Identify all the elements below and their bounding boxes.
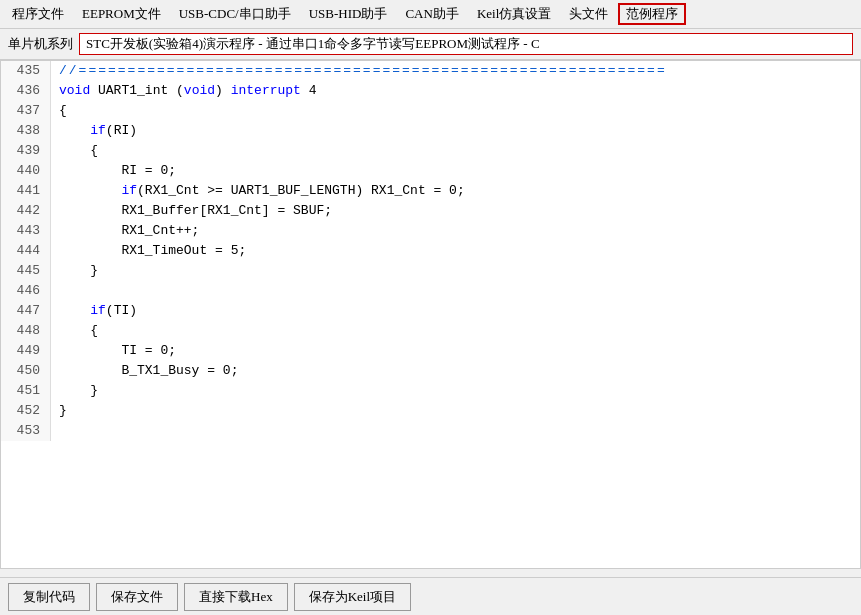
- menu-item-EEPROM文件[interactable]: EEPROM文件: [74, 3, 169, 25]
- line-number: 437: [1, 101, 51, 121]
- menu-item-范例程序[interactable]: 范例程序: [618, 3, 686, 25]
- bottom-toolbar: 复制代码保存文件直接下载Hex保存为Keil项目: [0, 577, 861, 615]
- toolbar-button-复制代码[interactable]: 复制代码: [8, 583, 90, 611]
- menu-item-USB-CDC/串口助手[interactable]: USB-CDC/串口助手: [171, 3, 299, 25]
- line-content: }: [51, 401, 67, 421]
- menu-item-CAN助手[interactable]: CAN助手: [397, 3, 466, 25]
- title-bar: 单片机系列 STC开发板(实验箱4)演示程序 - 通过串口1命令多字节读写EEP…: [0, 29, 861, 60]
- line-content: if(RX1_Cnt >= UART1_BUF_LENGTH) RX1_Cnt …: [51, 181, 465, 201]
- code-line: 437{: [1, 101, 860, 121]
- line-content: TI = 0;: [51, 341, 176, 361]
- series-label: 单片机系列: [8, 35, 73, 53]
- line-content: RI = 0;: [51, 161, 176, 181]
- line-number: 440: [1, 161, 51, 181]
- code-line: 451 }: [1, 381, 860, 401]
- line-number: 444: [1, 241, 51, 261]
- code-line: 440 RI = 0;: [1, 161, 860, 181]
- code-line: 444 RX1_TimeOut = 5;: [1, 241, 860, 261]
- line-number: 450: [1, 361, 51, 381]
- code-line: 448 {: [1, 321, 860, 341]
- menu-item-USB-HID助手[interactable]: USB-HID助手: [301, 3, 396, 25]
- line-number: 442: [1, 201, 51, 221]
- line-number: 451: [1, 381, 51, 401]
- code-line: 439 {: [1, 141, 860, 161]
- line-content: {: [51, 141, 98, 161]
- code-area: 435//===================================…: [0, 60, 861, 569]
- code-line: 443 RX1_Cnt++;: [1, 221, 860, 241]
- line-content: RX1_Cnt++;: [51, 221, 199, 241]
- menu-item-程序文件[interactable]: 程序文件: [4, 3, 72, 25]
- line-number: 448: [1, 321, 51, 341]
- line-content: }: [51, 261, 98, 281]
- line-content: RX1_TimeOut = 5;: [51, 241, 246, 261]
- code-line: 453: [1, 421, 860, 441]
- toolbar-button-直接下载Hex[interactable]: 直接下载Hex: [184, 583, 288, 611]
- line-content: {: [51, 321, 98, 341]
- line-number: 449: [1, 341, 51, 361]
- line-content: B_TX1_Busy = 0;: [51, 361, 238, 381]
- line-number: 438: [1, 121, 51, 141]
- line-content: if(RI): [51, 121, 137, 141]
- line-number: 439: [1, 141, 51, 161]
- menu-bar: 程序文件EEPROM文件USB-CDC/串口助手USB-HID助手CAN助手Ke…: [0, 0, 861, 29]
- code-line: 450 B_TX1_Busy = 0;: [1, 361, 860, 381]
- line-number: 453: [1, 421, 51, 441]
- code-line: 435//===================================…: [1, 61, 860, 81]
- code-line: 449 TI = 0;: [1, 341, 860, 361]
- line-number: 443: [1, 221, 51, 241]
- line-number: 436: [1, 81, 51, 101]
- line-content: }: [51, 381, 98, 401]
- line-content: //======================================…: [51, 61, 667, 81]
- toolbar-button-保存为Keil项目[interactable]: 保存为Keil项目: [294, 583, 411, 611]
- menu-item-头文件[interactable]: 头文件: [561, 3, 616, 25]
- line-number: 435: [1, 61, 51, 81]
- code-line: 447 if(TI): [1, 301, 860, 321]
- line-content: RX1_Buffer[RX1_Cnt] = SBUF;: [51, 201, 332, 221]
- program-title: STC开发板(实验箱4)演示程序 - 通过串口1命令多字节读写EEPROM测试程…: [79, 33, 853, 55]
- code-line: 438 if(RI): [1, 121, 860, 141]
- line-number: 445: [1, 261, 51, 281]
- code-line: 441 if(RX1_Cnt >= UART1_BUF_LENGTH) RX1_…: [1, 181, 860, 201]
- menu-item-Keil仿真设置[interactable]: Keil仿真设置: [469, 3, 559, 25]
- line-content: {: [51, 101, 67, 121]
- line-number: 447: [1, 301, 51, 321]
- line-content: void UART1_int (void) interrupt 4: [51, 81, 317, 101]
- code-line: 436void UART1_int (void) interrupt 4: [1, 81, 860, 101]
- code-line: 452}: [1, 401, 860, 421]
- code-line: 442 RX1_Buffer[RX1_Cnt] = SBUF;: [1, 201, 860, 221]
- line-number: 452: [1, 401, 51, 421]
- line-number: 446: [1, 281, 51, 301]
- line-number: 441: [1, 181, 51, 201]
- code-line: 445 }: [1, 261, 860, 281]
- toolbar-button-保存文件[interactable]: 保存文件: [96, 583, 178, 611]
- line-content: if(TI): [51, 301, 137, 321]
- code-line: 446: [1, 281, 860, 301]
